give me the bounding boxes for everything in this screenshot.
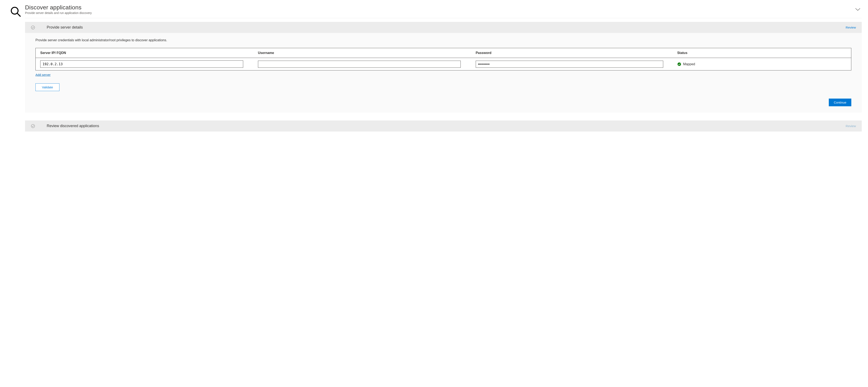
add-server-link[interactable]: Add server <box>35 73 51 76</box>
check-circle-filled-icon <box>677 62 681 66</box>
step-title: Review discovered applications <box>47 124 834 128</box>
review-link[interactable]: Review <box>846 26 856 29</box>
server-table: Server IP/ FQDN Username Password Status <box>35 48 851 70</box>
col-header-password: Password <box>476 51 677 55</box>
col-header-username: Username <box>258 51 476 55</box>
step-provide-server-details: Provide server details Review Provide se… <box>25 22 862 112</box>
table-row: Mapped <box>36 58 851 70</box>
chevron-down-icon[interactable] <box>855 8 861 12</box>
username-input[interactable] <box>258 61 461 68</box>
check-circle-icon <box>31 25 35 30</box>
svg-point-0 <box>11 7 18 14</box>
svg-line-1 <box>17 13 21 17</box>
svg-point-2 <box>31 26 35 29</box>
col-header-ip: Server IP/ FQDN <box>40 51 258 55</box>
server-ip-input[interactable] <box>40 60 243 68</box>
search-icon <box>10 6 22 18</box>
page-subtitle: Provide server details and run applicati… <box>25 11 92 14</box>
svg-point-4 <box>31 124 35 128</box>
table-header-row: Server IP/ FQDN Username Password Status <box>36 48 851 58</box>
step-review-discovered-applications: Review discovered applications Review <box>25 121 862 131</box>
svg-point-3 <box>678 62 681 66</box>
password-input[interactable] <box>476 61 663 68</box>
check-circle-icon <box>31 124 35 128</box>
step-title: Provide server details <box>47 25 834 30</box>
step-instruction: Provide server credentials with local ad… <box>35 38 851 42</box>
col-header-status: Status <box>677 51 846 55</box>
review-link: Review <box>846 124 856 128</box>
continue-button[interactable]: Continue <box>829 99 851 106</box>
page-title: Discover applications <box>25 4 92 11</box>
validate-button[interactable]: Validate <box>35 83 59 91</box>
status-text: Mapped <box>683 62 695 66</box>
